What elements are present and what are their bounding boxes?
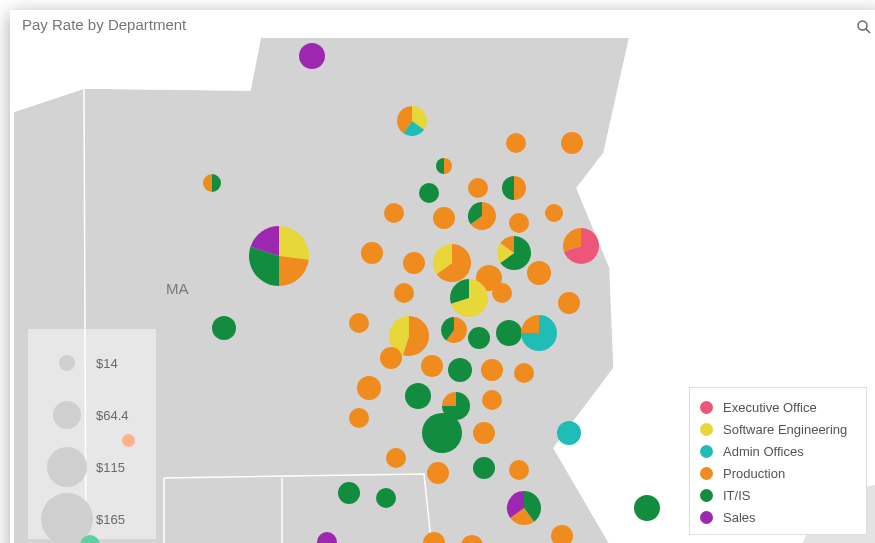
svg-point-25 bbox=[481, 359, 503, 381]
bubble[interactable] bbox=[468, 327, 490, 349]
bubble[interactable] bbox=[496, 320, 522, 346]
color-legend-item[interactable]: Software Engineering bbox=[700, 418, 856, 440]
size-legend: $14$64.4$115$165 bbox=[28, 329, 156, 539]
svg-point-10 bbox=[545, 204, 563, 222]
bubble[interactable] bbox=[357, 376, 381, 400]
bubble[interactable] bbox=[338, 482, 360, 504]
bubble[interactable] bbox=[527, 261, 551, 285]
bubble[interactable] bbox=[397, 106, 427, 136]
color-legend-item[interactable]: Sales bbox=[700, 506, 856, 528]
bubble[interactable] bbox=[403, 252, 425, 274]
svg-point-7 bbox=[384, 203, 404, 223]
svg-point-9 bbox=[509, 213, 529, 233]
bubble[interactable] bbox=[561, 132, 583, 154]
legend-label: Production bbox=[723, 466, 785, 481]
bubble[interactable] bbox=[509, 460, 529, 480]
bubble[interactable] bbox=[394, 283, 414, 303]
bubble[interactable] bbox=[212, 316, 236, 340]
svg-point-14 bbox=[527, 261, 551, 285]
color-legend-item[interactable]: Executive Office bbox=[700, 396, 856, 418]
bubble[interactable] bbox=[502, 176, 526, 200]
bubble[interactable] bbox=[349, 313, 369, 333]
svg-point-38 bbox=[338, 482, 360, 504]
color-legend[interactable]: Executive OfficeSoftware EngineeringAdmi… bbox=[689, 387, 867, 535]
search-icon[interactable] bbox=[855, 18, 873, 36]
size-legend-circle bbox=[47, 447, 87, 487]
bubble[interactable] bbox=[545, 204, 563, 222]
bubble[interactable] bbox=[557, 421, 581, 445]
bubble[interactable] bbox=[492, 283, 512, 303]
size-legend-label: $165 bbox=[96, 512, 125, 527]
bubble[interactable] bbox=[563, 228, 599, 264]
bubble[interactable] bbox=[448, 358, 472, 382]
svg-point-34 bbox=[386, 448, 406, 468]
legend-swatch bbox=[700, 511, 713, 524]
bubble[interactable] bbox=[473, 422, 495, 444]
legend-label: Software Engineering bbox=[723, 422, 847, 437]
legend-swatch bbox=[700, 423, 713, 436]
bubble[interactable] bbox=[422, 413, 462, 453]
legend-label: Executive Office bbox=[723, 400, 817, 415]
bubble[interactable] bbox=[436, 158, 452, 174]
bubble[interactable] bbox=[433, 207, 455, 229]
bubble[interactable] bbox=[361, 242, 383, 264]
svg-point-15 bbox=[394, 283, 414, 303]
svg-point-29 bbox=[482, 390, 502, 410]
bubble[interactable] bbox=[380, 347, 402, 369]
size-legend-circle bbox=[59, 355, 75, 371]
bubble[interactable] bbox=[509, 213, 529, 233]
bubble[interactable] bbox=[349, 408, 369, 428]
bubble[interactable] bbox=[481, 359, 503, 381]
legend-swatch bbox=[700, 467, 713, 480]
bubble[interactable] bbox=[473, 457, 495, 479]
legend-swatch bbox=[700, 489, 713, 502]
bubble[interactable] bbox=[384, 203, 404, 223]
size-legend-row: $14 bbox=[38, 337, 146, 389]
bubble[interactable] bbox=[482, 390, 502, 410]
svg-point-33 bbox=[557, 421, 581, 445]
bubble[interactable] bbox=[514, 363, 534, 383]
bubble[interactable] bbox=[386, 448, 406, 468]
bubble[interactable] bbox=[203, 174, 221, 192]
bubble[interactable] bbox=[405, 383, 431, 409]
svg-point-4 bbox=[561, 132, 583, 154]
bubble[interactable] bbox=[468, 178, 488, 198]
size-legend-circle bbox=[53, 401, 81, 429]
legend-swatch bbox=[700, 401, 713, 414]
bubble[interactable] bbox=[450, 279, 488, 317]
bubble[interactable] bbox=[506, 133, 526, 153]
bubble[interactable] bbox=[419, 183, 439, 203]
svg-point-0 bbox=[858, 21, 867, 30]
color-legend-item[interactable]: IT/IS bbox=[700, 484, 856, 506]
bubble[interactable] bbox=[427, 462, 449, 484]
svg-point-17 bbox=[558, 292, 580, 314]
svg-point-6 bbox=[419, 183, 439, 203]
chart-title: Pay Rate by Department bbox=[22, 16, 186, 33]
map-area[interactable]: MA $14$64.4$115$165 Executive OfficeSoft… bbox=[14, 38, 875, 543]
svg-point-24 bbox=[448, 358, 472, 382]
bubble[interactable] bbox=[558, 292, 580, 314]
svg-point-28 bbox=[405, 383, 431, 409]
svg-point-36 bbox=[473, 457, 495, 479]
color-legend-item[interactable]: Production bbox=[700, 462, 856, 484]
svg-point-32 bbox=[473, 422, 495, 444]
bubble[interactable] bbox=[521, 315, 557, 351]
bubble[interactable] bbox=[507, 491, 541, 525]
bubble[interactable] bbox=[634, 495, 660, 521]
bubble[interactable] bbox=[468, 202, 496, 230]
bubble[interactable] bbox=[249, 226, 309, 286]
svg-point-40 bbox=[634, 495, 660, 521]
svg-point-22 bbox=[380, 347, 402, 369]
bubble[interactable] bbox=[299, 43, 325, 69]
size-legend-label: $64.4 bbox=[96, 408, 129, 423]
color-legend-item[interactable]: Admin Offices bbox=[700, 440, 856, 462]
bubble[interactable] bbox=[497, 236, 531, 270]
bubble[interactable] bbox=[421, 355, 443, 377]
svg-point-23 bbox=[421, 355, 443, 377]
bubble[interactable] bbox=[433, 244, 471, 282]
bubble[interactable] bbox=[441, 317, 467, 343]
legend-label: Sales bbox=[723, 510, 756, 525]
svg-point-20 bbox=[468, 327, 490, 349]
svg-point-21 bbox=[496, 320, 522, 346]
bubble[interactable] bbox=[376, 488, 396, 508]
